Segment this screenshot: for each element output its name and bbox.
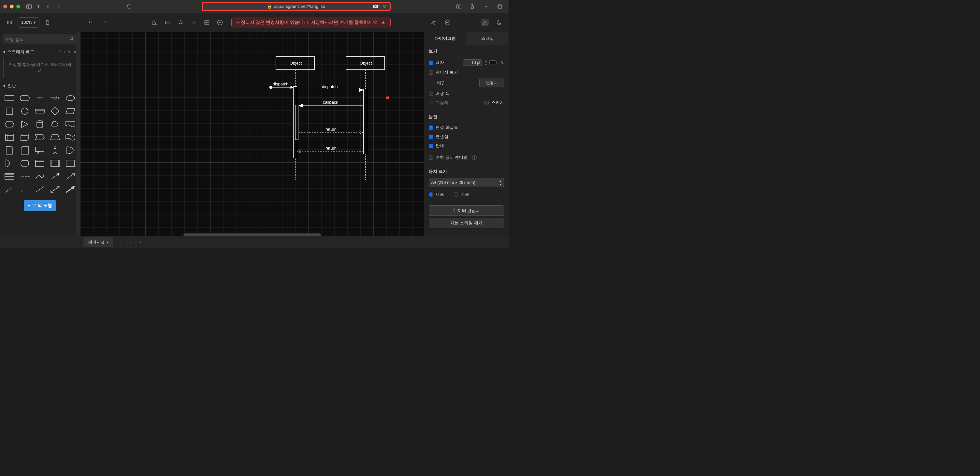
forward-icon[interactable] bbox=[55, 3, 63, 10]
change-background-button[interactable]: 변경... bbox=[479, 78, 504, 87]
text-tool-icon[interactable]: A bbox=[150, 18, 160, 27]
ellipse-tool-icon[interactable] bbox=[176, 18, 186, 27]
redo-button[interactable] bbox=[99, 17, 110, 28]
next-page-button[interactable]: › bbox=[135, 237, 145, 247]
shape-parallelogram[interactable] bbox=[63, 105, 77, 117]
sidebar-toggle-icon[interactable] bbox=[25, 3, 33, 10]
shape-data[interactable] bbox=[18, 158, 32, 169]
msg-dispatch1[interactable]: dispatch bbox=[273, 81, 288, 86]
back-icon[interactable] bbox=[44, 3, 52, 10]
msg-return2[interactable]: return bbox=[326, 146, 337, 151]
share-people-icon[interactable] bbox=[430, 19, 437, 26]
help-icon[interactable]: ? bbox=[59, 50, 61, 54]
shape-rect2[interactable] bbox=[33, 105, 47, 117]
shape-triangle[interactable] bbox=[18, 118, 32, 130]
bgcolor-checkbox[interactable] bbox=[429, 92, 433, 96]
pageview-checkbox[interactable] bbox=[429, 70, 433, 75]
shape-biarrow[interactable] bbox=[48, 184, 62, 195]
horizontal-scrollbar[interactable] bbox=[183, 233, 321, 236]
collapse-icon[interactable]: ▾ bbox=[3, 83, 6, 88]
page-size-select[interactable]: A4 (210 mm x 297 mm) ▴▾ bbox=[429, 178, 504, 187]
reset-style-button[interactable]: 기본 스타일 제거 bbox=[429, 218, 504, 228]
shape-arrow2[interactable] bbox=[63, 171, 77, 182]
shape-ellipse[interactable] bbox=[63, 92, 77, 104]
grid-color-swatch[interactable] bbox=[489, 60, 496, 65]
table-tool-icon[interactable] bbox=[202, 18, 212, 27]
grid-checkbox[interactable]: ✓ bbox=[429, 61, 433, 65]
shape-cube[interactable] bbox=[18, 131, 32, 143]
shape-container2[interactable] bbox=[63, 158, 77, 169]
toggle-panels-button[interactable] bbox=[4, 17, 15, 28]
shape-rect[interactable] bbox=[3, 92, 17, 104]
add-page-button[interactable]: ＋ bbox=[116, 237, 126, 247]
collapse-icon[interactable]: ▾ bbox=[3, 50, 6, 54]
grid-size-input[interactable] bbox=[463, 59, 482, 66]
shape-document[interactable] bbox=[63, 118, 77, 130]
shape-circle[interactable] bbox=[18, 105, 32, 117]
guides-checkbox[interactable]: ✓ bbox=[429, 144, 433, 148]
msg-return1[interactable]: return bbox=[326, 127, 337, 132]
page-tab-1[interactable]: 페이지-1 ▴ bbox=[83, 237, 113, 247]
shape-dashed2[interactable] bbox=[18, 184, 32, 195]
shape-arrow1[interactable] bbox=[48, 171, 62, 182]
shield-icon[interactable] bbox=[126, 3, 133, 10]
share-icon[interactable] bbox=[468, 3, 476, 10]
tabs-icon[interactable] bbox=[496, 3, 504, 10]
edit-data-button[interactable]: 데이터 편집... bbox=[429, 205, 504, 216]
dropdown-icon[interactable]: ▾ bbox=[36, 3, 41, 10]
tab-diagram[interactable]: 다이어그램 bbox=[424, 32, 466, 45]
shadow-checkbox[interactable] bbox=[429, 101, 433, 105]
theme-toggle-icon[interactable] bbox=[495, 19, 503, 26]
msg-dispatch2[interactable]: dispatch bbox=[322, 84, 337, 89]
shape-and[interactable] bbox=[3, 158, 17, 169]
more-shapes-button[interactable]: + 그 외 도형 bbox=[24, 200, 56, 211]
shape-callout[interactable] bbox=[33, 144, 47, 156]
edit-grid-color-icon[interactable]: ✎ bbox=[500, 60, 504, 65]
translate-icon[interactable]: 🇰🇷ᴬ bbox=[373, 4, 380, 9]
window-minimize[interactable] bbox=[10, 5, 14, 8]
math-checkbox[interactable] bbox=[429, 155, 433, 160]
shape-note[interactable] bbox=[3, 144, 17, 156]
shape-cylinder[interactable] bbox=[33, 118, 47, 130]
shape-text[interactable]: Text bbox=[33, 92, 47, 104]
object-box-1[interactable]: :Object bbox=[275, 56, 315, 70]
activation-2[interactable] bbox=[363, 89, 367, 154]
window-close[interactable] bbox=[3, 5, 7, 8]
shape-listitem[interactable]: List Item bbox=[18, 171, 32, 182]
conn-arrows-checkbox[interactable]: ✓ bbox=[429, 126, 433, 130]
shape-dashed1[interactable] bbox=[3, 184, 17, 195]
new-tab-icon[interactable]: ＋ bbox=[482, 3, 490, 10]
shape-actor[interactable] bbox=[48, 144, 62, 156]
unsaved-changes-notice[interactable]: 저장되지 않은 변경사항이 있습니다. 저장하시려면 여기를 클릭하세요. bbox=[231, 18, 391, 27]
canvas[interactable]: :Object :Object dispatch dispatch callba… bbox=[80, 32, 424, 236]
shape-step[interactable] bbox=[33, 131, 47, 143]
window-maximize[interactable] bbox=[16, 5, 20, 8]
help-icon[interactable]: ? bbox=[472, 155, 477, 160]
shape-list[interactable] bbox=[3, 171, 17, 182]
shape-internal[interactable] bbox=[3, 131, 17, 143]
sketch-checkbox[interactable] bbox=[484, 101, 489, 105]
shape-heading[interactable]: Heading━━━━━━━━━━ bbox=[48, 92, 62, 104]
add-icon[interactable]: + bbox=[63, 50, 65, 54]
shape-roundrect[interactable] bbox=[18, 92, 32, 104]
shape-diamond[interactable] bbox=[48, 105, 62, 117]
reload-icon[interactable]: ↻ bbox=[383, 4, 387, 9]
shape-tape[interactable] bbox=[63, 131, 77, 143]
shape-or[interactable] bbox=[63, 144, 77, 156]
portrait-radio[interactable] bbox=[429, 192, 433, 196]
shape-card[interactable] bbox=[18, 144, 32, 156]
shape-hexagon[interactable] bbox=[3, 118, 17, 130]
undo-button[interactable] bbox=[85, 17, 96, 28]
shape-cloud[interactable] bbox=[48, 118, 62, 130]
prev-page-button[interactable]: ‹ bbox=[126, 237, 135, 247]
conn-points-checkbox[interactable]: ✓ bbox=[429, 135, 433, 139]
shape-search-input[interactable] bbox=[6, 37, 69, 42]
edit-icon[interactable]: ✎ bbox=[67, 50, 71, 54]
design-tool-icon[interactable] bbox=[481, 19, 489, 26]
activation-1b[interactable] bbox=[295, 105, 298, 140]
add-tool-icon[interactable] bbox=[215, 18, 225, 27]
shape-line[interactable] bbox=[33, 184, 47, 195]
object-box-2[interactable]: :Object bbox=[346, 56, 385, 70]
rectangle-tool-icon[interactable] bbox=[163, 18, 173, 27]
zoom-selector[interactable]: 100% ▾ bbox=[18, 17, 40, 28]
